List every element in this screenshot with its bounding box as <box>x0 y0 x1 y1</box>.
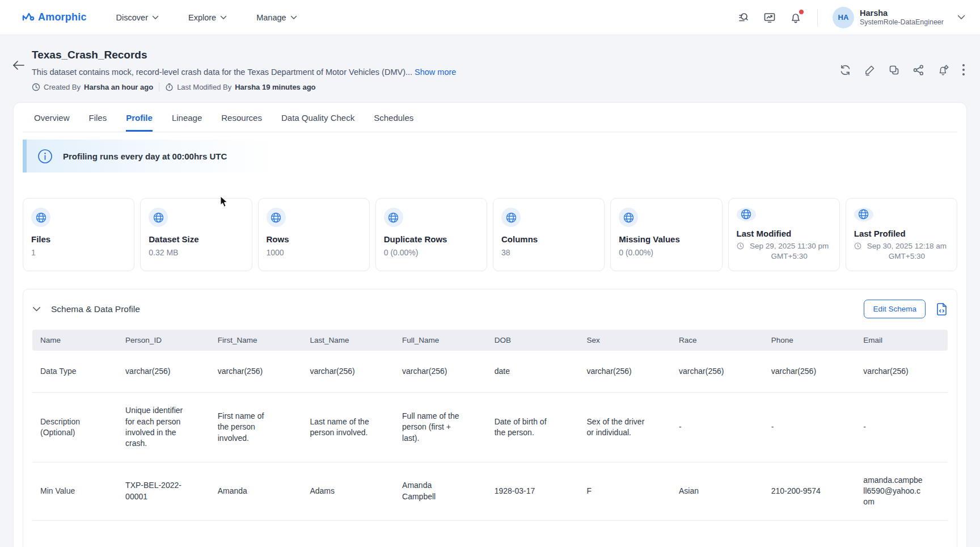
table-cell: - <box>671 393 763 462</box>
menu-explore[interactable]: Explore <box>188 13 227 22</box>
table-cell: Full name of the person (first + last). <box>394 393 487 462</box>
menu-explore-label: Explore <box>188 13 216 22</box>
column-header: Last_Name <box>302 330 394 351</box>
chevron-down-icon <box>152 15 159 20</box>
stat-label: Last Profiled <box>854 229 949 238</box>
created-by-value: Harsha an hour ago <box>84 83 153 91</box>
table-cell: varchar(256) <box>855 351 948 393</box>
collapse-chevron-icon[interactable] <box>32 306 41 312</box>
tab-files[interactable]: Files <box>89 103 107 132</box>
stat-card-rows: Rows 1000 <box>258 198 370 271</box>
app-screen: Amorphic Discover Explore Manage <box>0 0 980 547</box>
table-cell: Sex of the driver or individual. <box>578 393 671 462</box>
stat-value: 0 (0.00%) <box>384 248 479 257</box>
table-cell: Unique identifier for each person involv… <box>117 393 210 462</box>
globe-icon <box>267 208 286 227</box>
chevron-down-icon <box>957 15 965 20</box>
notifications-bell-icon[interactable] <box>789 11 802 24</box>
table-cell: varchar(256) <box>210 351 302 393</box>
table-cell: Asian <box>671 462 763 520</box>
column-header: Full_Name <box>394 330 487 351</box>
last-modified-by: Last Modified By Harsha 19 minutes ago <box>165 83 315 91</box>
table-cell: Date of birth of the person. <box>487 393 579 462</box>
dataset-header: Texas_Crash_Records This dataset contain… <box>0 35 980 91</box>
tab-overview[interactable]: Overview <box>34 103 70 132</box>
tab-profile[interactable]: Profile <box>126 103 153 132</box>
column-header: Email <box>855 330 948 351</box>
show-more-link[interactable]: Show more <box>415 68 456 77</box>
schema-data-profile-section: Schema & Data Profile Edit Schema Name P… <box>23 289 957 547</box>
clock-icon <box>737 241 744 262</box>
table-row-description: Description (Optional) Unique identifier… <box>32 393 948 462</box>
column-header: Phone <box>763 330 856 351</box>
kebab-menu-icon[interactable] <box>962 64 965 76</box>
insights-monitor-icon[interactable] <box>763 11 776 24</box>
row-label: Data Type <box>32 351 117 393</box>
modified-by-value: Harsha 19 minutes ago <box>235 83 315 91</box>
stat-value: Sep 29, 2025 11:30 pm GMT+5:30 <box>737 241 831 262</box>
tab-lineage[interactable]: Lineage <box>172 103 202 132</box>
column-header: Person_ID <box>117 330 210 351</box>
stat-label: Files <box>31 234 126 244</box>
dataset-description: This dataset contains mock, record-level… <box>32 68 839 77</box>
table-header-row: Name Person_ID First_Name Last_Name Full… <box>32 330 948 351</box>
created-by: Created By Harsha an hour ago <box>32 83 153 91</box>
table-cell: - <box>763 393 856 462</box>
table-cell: Last name of the person involved. <box>302 393 394 462</box>
globe-icon <box>384 208 403 227</box>
banner-text: Profiling runs every day at 00:00hrs UTC <box>63 152 227 161</box>
dataset-title: Texas_Crash_Records <box>32 49 839 61</box>
schema-section-header: Schema & Data Profile Edit Schema <box>23 289 957 330</box>
search-icon[interactable] <box>737 11 750 24</box>
stat-card-columns: Columns 38 <box>493 198 605 271</box>
copy-icon[interactable] <box>888 64 900 76</box>
table-cell: TXP-BEL-2022-00001 <box>117 462 210 520</box>
table-cell <box>32 520 948 547</box>
menu-manage-label: Manage <box>256 13 286 22</box>
meta-divider <box>159 82 159 91</box>
brand-name: Amorphic <box>38 11 87 23</box>
menu-discover[interactable]: Discover <box>116 13 159 22</box>
stat-label: Missing Values <box>619 234 713 244</box>
stat-date-text: Sep 30, 2025 12:18 am GMT+5:30 <box>865 241 949 262</box>
stat-label: Last Modified <box>737 229 831 238</box>
menu-manage[interactable]: Manage <box>256 13 297 22</box>
table-cell: 210-200-9574 <box>763 462 856 520</box>
globe-icon <box>501 208 521 227</box>
file-code-icon[interactable] <box>936 302 948 316</box>
table-cell: 1928-03-17 <box>487 462 579 520</box>
back-arrow-icon[interactable] <box>12 60 32 91</box>
tab-data-quality-check[interactable]: Data Quality Check <box>281 103 354 132</box>
dataset-meta: Created By Harsha an hour ago Last Modif… <box>32 82 839 91</box>
share-icon[interactable] <box>913 64 924 76</box>
tab-schedules[interactable]: Schedules <box>374 103 413 132</box>
globe-icon <box>619 208 638 227</box>
table-cell: varchar(256) <box>763 351 856 393</box>
dataset-detail-card: Overview Files Profile Lineage Resources… <box>14 103 966 547</box>
tab-resources[interactable]: Resources <box>221 103 262 132</box>
user-menu[interactable]: HA Harsha SystemRole-DataEngineer <box>833 7 965 28</box>
globe-icon <box>149 208 168 227</box>
clock-icon <box>32 83 40 91</box>
stat-value: 0.32 MB <box>149 248 243 257</box>
globe-icon <box>737 208 756 221</box>
row-label: Min Value <box>32 462 117 520</box>
alert-settings-icon[interactable] <box>937 64 949 76</box>
refresh-icon[interactable] <box>839 64 851 76</box>
edit-pencil-icon[interactable] <box>864 64 876 76</box>
brand-logo[interactable]: Amorphic <box>22 11 87 24</box>
stat-value: 1000 <box>267 248 361 257</box>
table-row-data-type: Data Type varchar(256) varchar(256) varc… <box>32 351 948 393</box>
dataset-actions <box>839 64 965 76</box>
edit-schema-button[interactable]: Edit Schema <box>864 300 926 318</box>
stat-value: 0 (0.00%) <box>619 248 713 257</box>
top-navbar: Amorphic Discover Explore Manage <box>0 0 980 35</box>
stat-value: 1 <box>31 248 126 257</box>
stat-label: Columns <box>501 234 596 244</box>
stat-label: Rows <box>267 234 361 244</box>
column-header: Race <box>671 330 763 351</box>
table-cell: - <box>855 393 948 462</box>
table-cell: varchar(256) <box>578 351 671 393</box>
avatar: HA <box>833 7 854 28</box>
stat-date-text: Sep 29, 2025 11:30 pm GMT+5:30 <box>747 241 831 262</box>
